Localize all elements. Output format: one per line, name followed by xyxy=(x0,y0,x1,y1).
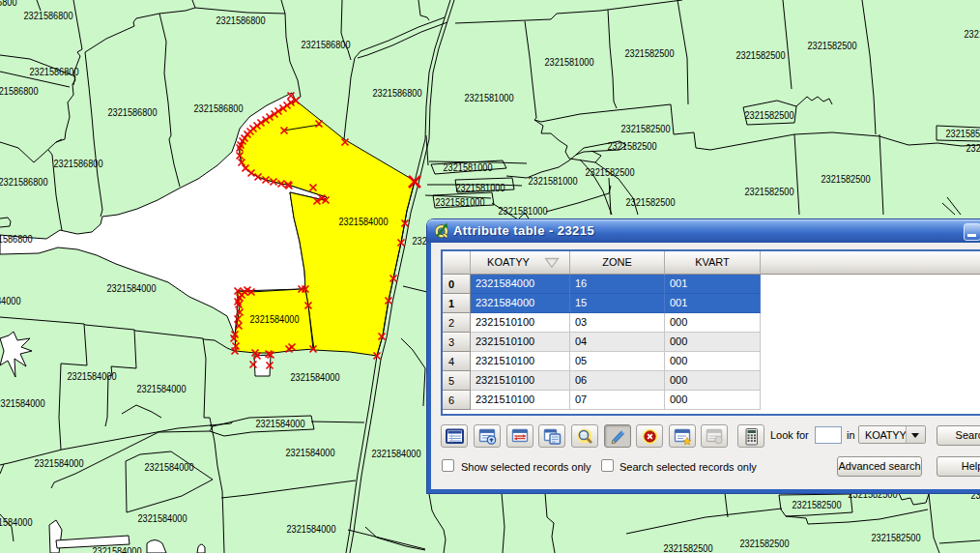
svg-text:2321586800: 2321586800 xyxy=(0,0,17,8)
svg-text:2321584000: 2321584000 xyxy=(287,523,336,535)
svg-text:2321582500: 2321582500 xyxy=(736,49,786,61)
svg-text:2321584000: 2321584000 xyxy=(35,457,84,469)
svg-text:2321586800: 2321586800 xyxy=(0,85,39,97)
svg-text:2321582500: 2321582500 xyxy=(745,109,794,121)
svg-text:2321584000: 2321584000 xyxy=(291,371,340,383)
svg-text:2321582500: 2321582500 xyxy=(626,196,676,208)
svg-text:2321582500: 2321582500 xyxy=(872,532,921,543)
svg-text:2321584000: 2321584000 xyxy=(68,370,117,382)
svg-text:2321586800: 2321586800 xyxy=(0,176,48,188)
svg-text:2321582500: 2321582500 xyxy=(808,40,857,51)
svg-text:2321584000: 2321584000 xyxy=(339,216,389,227)
svg-text:2321586800: 2321586800 xyxy=(108,106,158,118)
svg-text:2321584000: 2321584000 xyxy=(138,512,187,524)
svg-text:2321586800: 2321586800 xyxy=(24,10,73,21)
svg-text:2321584000: 2321584000 xyxy=(250,313,300,325)
svg-text:2321586800: 2321586800 xyxy=(194,102,244,114)
svg-text:2321581000: 2321581000 xyxy=(545,56,594,68)
svg-text:2321582500: 2321582500 xyxy=(608,140,657,152)
svg-text:2321581000: 2321581000 xyxy=(444,161,493,173)
svg-text:2321581000: 2321581000 xyxy=(465,92,514,103)
svg-text:2321584000: 2321584000 xyxy=(0,516,33,528)
svg-text:2321585000: 2321585000 xyxy=(946,128,980,139)
svg-text:2321582500: 2321582500 xyxy=(745,186,794,197)
svg-text:2321582500: 2321582500 xyxy=(821,173,871,185)
svg-text:2321584000: 2321584000 xyxy=(145,461,194,473)
svg-text:2321581000: 2321581000 xyxy=(456,182,505,193)
svg-text:2321582500: 2321582500 xyxy=(664,542,713,553)
svg-text:2321586800: 2321586800 xyxy=(302,39,351,50)
svg-text:2321584000: 2321584000 xyxy=(286,447,335,458)
svg-text:2321581000: 2321581000 xyxy=(529,175,578,187)
svg-text:2321582500: 2321582500 xyxy=(965,28,980,40)
svg-text:2321586800: 2321586800 xyxy=(54,158,103,169)
svg-text:2321586800: 2321586800 xyxy=(30,66,79,77)
svg-text:2321584000: 2321584000 xyxy=(256,418,305,429)
svg-text:2321584000: 2321584000 xyxy=(0,295,21,306)
svg-text:2321581000: 2321581000 xyxy=(499,205,548,217)
svg-text:2321584000: 2321584000 xyxy=(107,282,157,294)
svg-text:2321586800: 2321586800 xyxy=(373,87,422,99)
svg-text:2321581000: 2321581000 xyxy=(436,196,485,208)
svg-text:2321586800: 2321586800 xyxy=(0,233,33,245)
svg-text:2321582500: 2321582500 xyxy=(966,142,980,154)
svg-text:2321582500: 2321582500 xyxy=(625,47,675,59)
svg-text:2321584000: 2321584000 xyxy=(372,448,421,459)
svg-text:2321584000: 2321584000 xyxy=(137,383,187,394)
svg-text:2321582500: 2321582500 xyxy=(793,499,842,510)
svg-text:2321584000: 2321584000 xyxy=(93,545,142,553)
svg-text:2321582500: 2321582500 xyxy=(586,166,635,178)
svg-text:2321582500: 2321582500 xyxy=(621,123,671,134)
svg-text:2321584000: 2321584000 xyxy=(0,397,45,409)
svg-text:2321582500: 2321582500 xyxy=(740,538,790,549)
svg-text:2321586800: 2321586800 xyxy=(216,15,266,26)
